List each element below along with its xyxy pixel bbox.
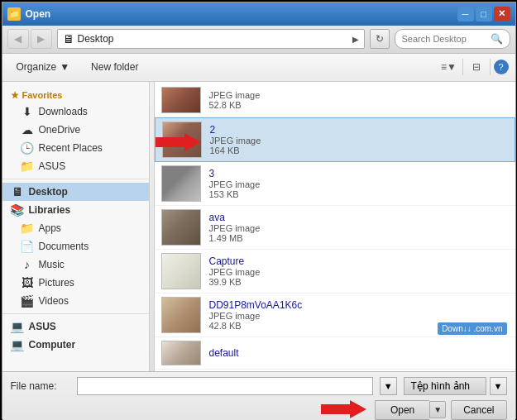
asus1-label: ASUS bbox=[39, 160, 66, 172]
sidebar-item-asus1[interactable]: 📁 ASUS bbox=[2, 157, 149, 175]
sidebar-item-computer[interactable]: 💻 Computer bbox=[2, 336, 149, 354]
new-folder-button[interactable]: New folder bbox=[84, 58, 146, 76]
desktop-label: Desktop bbox=[29, 186, 68, 198]
file-info: default bbox=[209, 347, 509, 359]
music-icon: ♪ bbox=[21, 258, 34, 271]
sidebar-item-pictures[interactable]: 🖼 Pictures bbox=[2, 274, 149, 292]
sidebar-item-music[interactable]: ♪ Music bbox=[2, 255, 149, 274]
organize-button[interactable]: Organize ▼ bbox=[9, 58, 78, 76]
videos-label: Videos bbox=[39, 295, 69, 307]
asus2-icon: 💻 bbox=[11, 320, 24, 333]
filename-row: File name: ▼ Tệp hình ảnh ▼ bbox=[11, 377, 507, 395]
cancel-button[interactable]: Cancel bbox=[451, 400, 506, 420]
filename-input[interactable] bbox=[77, 377, 373, 395]
sidebar-item-recent[interactable]: 🕒 Recent Places bbox=[2, 139, 149, 157]
filetype-label: Tệp hình ảnh bbox=[411, 380, 470, 392]
help-button[interactable]: ? bbox=[494, 60, 509, 74]
recent-icon: 🕒 bbox=[21, 141, 34, 155]
open-dropdown-button[interactable]: ▼ bbox=[429, 401, 446, 418]
file-thumbnail bbox=[161, 165, 201, 202]
sidebar-item-documents[interactable]: 📄 Documents bbox=[2, 237, 149, 255]
main-wrapper: ★ Favorites ⬇ Downloads ☁ OneDrive 🕒 Rec… bbox=[2, 82, 515, 371]
asus1-icon: 📁 bbox=[21, 160, 34, 173]
file-thumbnail bbox=[161, 87, 201, 113]
filetype-dropdown-arrow: ▼ bbox=[494, 381, 503, 391]
toolbar-separator2 bbox=[490, 59, 491, 75]
file-name: 2 bbox=[210, 124, 508, 136]
file-size: 153 KB bbox=[209, 189, 509, 199]
favorites-section: ★ Favorites bbox=[2, 85, 149, 103]
sidebar-item-asus2[interactable]: 💻 ASUS bbox=[2, 317, 149, 336]
file-info: 2 JPEG image 164 KB bbox=[210, 124, 508, 155]
refresh-button[interactable]: ↻ bbox=[370, 29, 390, 49]
file-thumbnail bbox=[161, 253, 201, 289]
filename-dropdown-arrow: ▼ bbox=[384, 381, 393, 391]
view-options-button[interactable]: ≡▼ bbox=[439, 58, 459, 76]
maximize-button[interactable]: □ bbox=[476, 7, 492, 21]
organize-label: Organize bbox=[17, 61, 57, 73]
sidebar-item-desktop[interactable]: 🖥 Desktop bbox=[2, 183, 149, 201]
new-folder-label: New folder bbox=[91, 61, 138, 73]
file-item[interactable]: 3 JPEG image 153 KB bbox=[155, 162, 515, 206]
forward-button[interactable]: ▶ bbox=[31, 29, 52, 49]
file-type: JPEG image bbox=[209, 179, 509, 189]
computer-label: Computer bbox=[29, 339, 76, 351]
titlebar: 📁 Open ─ □ ✕ bbox=[2, 2, 515, 26]
file-size: 1.49 MB bbox=[209, 233, 509, 243]
downloads-label: Downloads bbox=[39, 106, 88, 117]
file-item[interactable]: Capture JPEG image 39.9 KB bbox=[155, 250, 515, 294]
sidebar-item-libraries[interactable]: 📚 Libraries bbox=[2, 201, 149, 219]
file-type: JPEG image bbox=[210, 136, 508, 146]
filetype-dropdown[interactable]: ▼ bbox=[490, 377, 507, 395]
filename-dropdown[interactable]: ▼ bbox=[380, 377, 397, 395]
open-button[interactable]: Open bbox=[375, 400, 429, 420]
desktop-icon: 🖥 bbox=[11, 185, 24, 198]
sidebar-divider2 bbox=[2, 313, 149, 314]
file-name: Capture bbox=[209, 255, 509, 267]
file-item[interactable]: JPEG image 52.8 KB bbox=[155, 84, 515, 117]
file-item[interactable]: default bbox=[155, 337, 515, 370]
back-button[interactable]: ◀ bbox=[7, 29, 29, 49]
address-bar[interactable]: 🖥 Desktop ▶ bbox=[57, 29, 365, 49]
videos-icon: 🎬 bbox=[21, 294, 34, 308]
search-box[interactable]: 🔍 bbox=[395, 29, 510, 49]
minimize-button[interactable]: ─ bbox=[457, 7, 474, 21]
favorites-label: Favorites bbox=[22, 90, 63, 100]
titlebar-buttons: ─ □ ✕ bbox=[457, 7, 510, 21]
search-icon[interactable]: 🔍 bbox=[491, 33, 503, 45]
documents-label: Documents bbox=[39, 241, 89, 252]
file-type: JPEG image bbox=[209, 90, 509, 100]
pictures-icon: 🖼 bbox=[21, 276, 34, 289]
file-name: DD91P8mVoAA1K6c bbox=[209, 299, 509, 311]
toolbar-separator bbox=[462, 59, 463, 75]
titlebar-left: 📁 Open bbox=[7, 7, 51, 21]
file-item[interactable]: 2 JPEG image 164 KB bbox=[155, 117, 515, 162]
view-list-button[interactable]: ⊟ bbox=[467, 58, 486, 76]
file-item[interactable]: ava JPEG image 1.49 MB bbox=[155, 206, 515, 250]
file-info: ava JPEG image 1.49 MB bbox=[209, 212, 509, 243]
sidebar-item-downloads[interactable]: ⬇ Downloads bbox=[2, 103, 149, 121]
sidebar-item-onedrive[interactable]: ☁ OneDrive bbox=[2, 121, 149, 139]
file-name: 3 bbox=[209, 168, 509, 179]
toolbar-right: ≡▼ ⊟ ? bbox=[439, 58, 509, 76]
computer-icon: 💻 bbox=[11, 338, 24, 351]
sidebar-item-apps[interactable]: 📁 Apps bbox=[2, 219, 149, 237]
recent-label: Recent Places bbox=[39, 142, 103, 154]
libraries-icon: 📚 bbox=[11, 203, 24, 217]
file-thumbnail bbox=[162, 122, 202, 158]
open-dialog: 📁 Open ─ □ ✕ ◀ ▶ 🖥 Desktop ▶ ↻ 🔍 Organiz… bbox=[2, 2, 516, 419]
filename-label: File name: bbox=[11, 380, 70, 392]
file-type: JPEG image bbox=[209, 311, 509, 321]
action-row: Open ▼ Cancel bbox=[11, 400, 507, 420]
close-button[interactable]: ✕ bbox=[494, 7, 510, 21]
apps-label: Apps bbox=[39, 222, 61, 234]
sidebar-item-videos[interactable]: 🎬 Videos bbox=[2, 292, 149, 310]
address-dropdown-arrow[interactable]: ▶ bbox=[352, 35, 359, 44]
search-input[interactable] bbox=[402, 34, 487, 44]
nav-back-forward: ◀ ▶ bbox=[7, 29, 52, 49]
filetype-display[interactable]: Tệp hình ảnh bbox=[404, 377, 486, 395]
file-size: 164 KB bbox=[210, 146, 508, 155]
documents-icon: 📄 bbox=[21, 240, 34, 253]
file-thumbnail bbox=[161, 341, 201, 365]
asus2-label: ASUS bbox=[29, 321, 56, 332]
